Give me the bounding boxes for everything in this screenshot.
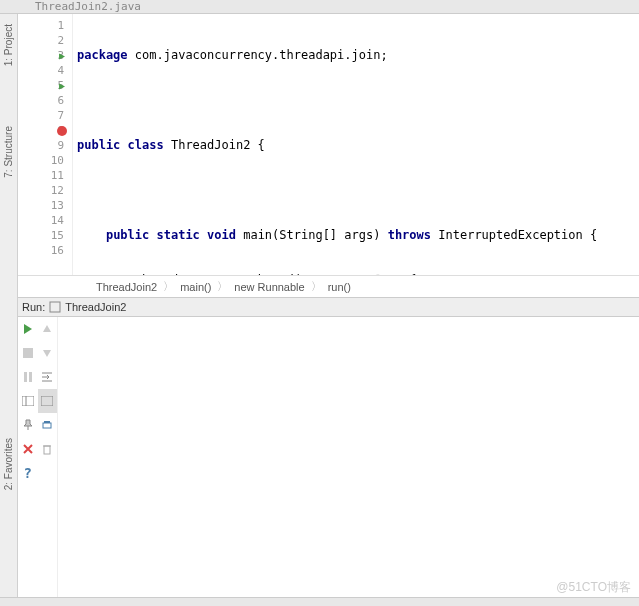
svg-rect-6 [41,396,53,406]
print-button[interactable] [38,413,58,437]
run-tool-header: Run: ThreadJoin2 [18,297,639,317]
scroll-button[interactable] [38,389,58,413]
svg-rect-9 [44,446,50,454]
chevron-right-icon: 〉 [217,279,228,294]
pause-button[interactable] [18,365,38,389]
gutter: 1 2 3 4 5 6 7 8 9 10 11 12 13 14 15 16 ▶ [18,14,73,275]
status-bar [0,597,639,606]
up-button[interactable] [38,317,58,341]
line-number: 9 [18,138,64,153]
chevron-right-icon: 〉 [163,279,174,294]
stop-button[interactable] [18,341,38,365]
close-button[interactable] [18,437,38,461]
svg-rect-8 [44,421,50,423]
run-label: Run: [22,301,45,313]
svg-rect-4 [22,396,34,406]
line-number: 11 [18,168,64,183]
breakpoint-icon[interactable] [57,126,67,136]
pin-button[interactable] [18,413,38,437]
line-number: 10 [18,153,64,168]
editor-tab[interactable]: ThreadJoin2.java [0,0,639,14]
code-content[interactable]: package com.javaconcurrency.threadapi.jo… [73,14,639,275]
svg-rect-3 [29,372,32,382]
run-toolbar: ? [18,317,58,597]
svg-rect-7 [43,423,51,428]
layout-button[interactable] [18,389,38,413]
favorites-tool-button[interactable]: 2: Favorites [3,438,14,490]
run-method-icon[interactable]: ▶ [59,78,65,93]
rerun-button[interactable] [18,317,38,341]
breadcrumb-item[interactable]: new Runnable [234,281,304,293]
run-config-icon [49,301,61,313]
main-area: 1: Project 7: Structure 2: Favorites 1 2… [0,14,639,597]
tool-window-bar-left: 1: Project 7: Structure 2: Favorites [0,14,18,597]
breadcrumb-item[interactable]: run() [328,281,351,293]
watermark: @51CTO博客 [556,579,631,596]
line-number: 16 [18,243,64,258]
chevron-right-icon: 〉 [311,279,322,294]
help-button[interactable]: ? [18,461,38,485]
down-button[interactable] [38,341,58,365]
line-number: 15 [18,228,64,243]
svg-rect-0 [50,302,60,312]
structure-tool-button[interactable]: 7: Structure [3,126,14,178]
svg-rect-1 [23,348,33,358]
run-config-name: ThreadJoin2 [65,301,126,313]
editor-wrap: 1 2 3 4 5 6 7 8 9 10 11 12 13 14 15 16 ▶ [18,14,639,597]
trash-button[interactable] [38,437,58,461]
code-editor[interactable]: 1 2 3 4 5 6 7 8 9 10 11 12 13 14 15 16 ▶ [18,14,639,275]
project-tool-button[interactable]: 1: Project [3,24,14,66]
run-output[interactable] [58,317,639,597]
line-number: 12 [18,183,64,198]
breadcrumb-item[interactable]: ThreadJoin2 [96,281,157,293]
run-class-icon[interactable]: ▶ [59,48,65,63]
svg-rect-2 [24,372,27,382]
wrap-button[interactable] [38,365,58,389]
line-number: 13 [18,198,64,213]
line-number: 14 [18,213,64,228]
breadcrumb: ThreadJoin2 〉 main() 〉 new Runnable 〉 ru… [18,275,639,297]
run-tool-window: ? [18,317,639,597]
tab-filename: ThreadJoin2.java [35,0,141,13]
breadcrumb-item[interactable]: main() [180,281,211,293]
gutter-icons: ▶ ▶ [53,18,71,138]
